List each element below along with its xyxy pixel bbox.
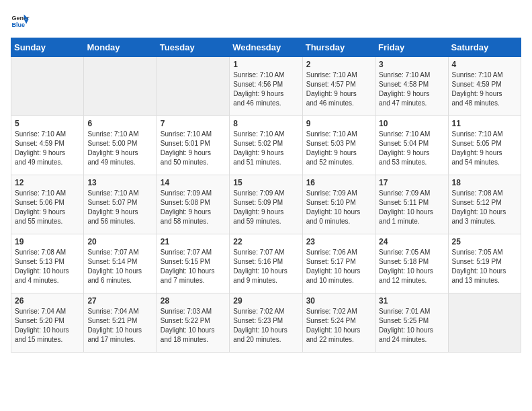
day-info: Sunrise: 7:10 AM Sunset: 4:59 PM Dayligh… xyxy=(452,71,517,108)
day-number: 27 xyxy=(87,296,152,306)
calendar-cell: 23Sunrise: 7:06 AM Sunset: 5:17 PM Dayli… xyxy=(302,234,375,293)
day-info: Sunrise: 7:05 AM Sunset: 5:18 PM Dayligh… xyxy=(379,248,444,285)
day-number: 19 xyxy=(15,237,80,246)
day-number: 16 xyxy=(306,178,371,187)
calendar-cell: 30Sunrise: 7:02 AM Sunset: 5:24 PM Dayli… xyxy=(302,293,375,353)
day-number: 30 xyxy=(306,296,371,306)
calendar-cell: 19Sunrise: 7:08 AM Sunset: 5:13 PM Dayli… xyxy=(11,234,84,293)
day-number: 24 xyxy=(379,237,444,246)
day-number: 1 xyxy=(233,60,298,69)
day-number: 15 xyxy=(233,178,298,187)
calendar-cell: 12Sunrise: 7:10 AM Sunset: 5:06 PM Dayli… xyxy=(11,175,84,234)
day-number: 8 xyxy=(233,119,298,128)
calendar-cell: 31Sunrise: 7:01 AM Sunset: 5:25 PM Dayli… xyxy=(375,293,448,353)
page-header: General Blue xyxy=(11,11,521,30)
day-info: Sunrise: 7:10 AM Sunset: 4:56 PM Dayligh… xyxy=(233,71,298,108)
calendar-cell: 3Sunrise: 7:10 AM Sunset: 4:58 PM Daylig… xyxy=(375,57,448,116)
day-number: 9 xyxy=(306,119,371,128)
day-info: Sunrise: 7:10 AM Sunset: 5:06 PM Dayligh… xyxy=(15,189,80,226)
day-info: Sunrise: 7:05 AM Sunset: 5:19 PM Dayligh… xyxy=(452,248,517,285)
day-number: 2 xyxy=(306,60,371,69)
logo-icon: General Blue xyxy=(11,11,30,30)
day-of-week-header: Tuesday xyxy=(157,38,229,57)
calendar-cell: 21Sunrise: 7:07 AM Sunset: 5:15 PM Dayli… xyxy=(157,234,229,293)
day-info: Sunrise: 7:10 AM Sunset: 4:57 PM Dayligh… xyxy=(306,71,371,108)
day-info: Sunrise: 7:08 AM Sunset: 5:12 PM Dayligh… xyxy=(452,189,517,226)
calendar-cell: 16Sunrise: 7:09 AM Sunset: 5:10 PM Dayli… xyxy=(302,175,375,234)
calendar-cell: 24Sunrise: 7:05 AM Sunset: 5:18 PM Dayli… xyxy=(375,234,448,293)
day-number: 12 xyxy=(15,178,80,187)
day-info: Sunrise: 7:10 AM Sunset: 5:04 PM Dayligh… xyxy=(379,130,444,167)
calendar-cell: 1Sunrise: 7:10 AM Sunset: 4:56 PM Daylig… xyxy=(230,57,302,116)
day-of-week-header: Friday xyxy=(375,38,448,57)
day-info: Sunrise: 7:10 AM Sunset: 5:02 PM Dayligh… xyxy=(233,130,298,167)
day-number: 22 xyxy=(233,237,298,246)
calendar-week-row: 1Sunrise: 7:10 AM Sunset: 4:56 PM Daylig… xyxy=(11,57,521,116)
svg-text:Blue: Blue xyxy=(11,21,25,28)
calendar-cell: 8Sunrise: 7:10 AM Sunset: 5:02 PM Daylig… xyxy=(230,116,302,175)
calendar-cell: 18Sunrise: 7:08 AM Sunset: 5:12 PM Dayli… xyxy=(448,175,521,234)
calendar-cell: 4Sunrise: 7:10 AM Sunset: 4:59 PM Daylig… xyxy=(448,57,521,116)
day-info: Sunrise: 7:09 AM Sunset: 5:09 PM Dayligh… xyxy=(233,189,298,226)
day-info: Sunrise: 7:02 AM Sunset: 5:23 PM Dayligh… xyxy=(233,307,298,345)
day-number: 5 xyxy=(15,119,80,128)
day-number: 26 xyxy=(15,296,80,306)
calendar-cell: 14Sunrise: 7:09 AM Sunset: 5:08 PM Dayli… xyxy=(157,175,229,234)
day-info: Sunrise: 7:07 AM Sunset: 5:16 PM Dayligh… xyxy=(233,248,298,285)
day-info: Sunrise: 7:09 AM Sunset: 5:08 PM Dayligh… xyxy=(161,189,226,226)
day-of-week-header: Sunday xyxy=(11,38,84,57)
day-number: 7 xyxy=(161,119,226,128)
calendar-cell xyxy=(84,57,157,116)
logo: General Blue xyxy=(11,11,34,30)
day-number: 10 xyxy=(379,119,444,128)
day-number: 23 xyxy=(306,237,371,246)
day-number: 3 xyxy=(379,60,444,69)
calendar-header-row: SundayMondayTuesdayWednesdayThursdayFrid… xyxy=(11,38,521,57)
calendar-cell: 6Sunrise: 7:10 AM Sunset: 5:00 PM Daylig… xyxy=(84,116,157,175)
day-number: 25 xyxy=(452,237,517,246)
calendar-cell: 22Sunrise: 7:07 AM Sunset: 5:16 PM Dayli… xyxy=(230,234,302,293)
day-number: 20 xyxy=(87,237,152,246)
calendar-cell xyxy=(11,57,84,116)
day-info: Sunrise: 7:04 AM Sunset: 5:21 PM Dayligh… xyxy=(87,307,152,345)
calendar-cell: 7Sunrise: 7:10 AM Sunset: 5:01 PM Daylig… xyxy=(157,116,229,175)
day-info: Sunrise: 7:01 AM Sunset: 5:25 PM Dayligh… xyxy=(379,307,444,345)
day-number: 6 xyxy=(87,119,152,128)
day-info: Sunrise: 7:10 AM Sunset: 5:05 PM Dayligh… xyxy=(452,130,517,167)
day-number: 29 xyxy=(233,296,298,306)
calendar-week-row: 26Sunrise: 7:04 AM Sunset: 5:20 PM Dayli… xyxy=(11,293,521,353)
calendar-cell: 17Sunrise: 7:09 AM Sunset: 5:11 PM Dayli… xyxy=(375,175,448,234)
day-number: 14 xyxy=(161,178,226,187)
calendar-cell: 20Sunrise: 7:07 AM Sunset: 5:14 PM Dayli… xyxy=(84,234,157,293)
day-info: Sunrise: 7:10 AM Sunset: 4:58 PM Dayligh… xyxy=(379,71,444,108)
calendar-cell: 11Sunrise: 7:10 AM Sunset: 5:05 PM Dayli… xyxy=(448,116,521,175)
day-number: 4 xyxy=(452,60,517,69)
day-of-week-header: Saturday xyxy=(448,38,521,57)
day-number: 21 xyxy=(161,237,226,246)
calendar-cell: 10Sunrise: 7:10 AM Sunset: 5:04 PM Dayli… xyxy=(375,116,448,175)
calendar-cell: 28Sunrise: 7:03 AM Sunset: 5:22 PM Dayli… xyxy=(157,293,229,353)
calendar-cell: 2Sunrise: 7:10 AM Sunset: 4:57 PM Daylig… xyxy=(302,57,375,116)
day-of-week-header: Wednesday xyxy=(230,38,302,57)
calendar-table: SundayMondayTuesdayWednesdayThursdayFrid… xyxy=(11,38,521,353)
calendar-cell: 15Sunrise: 7:09 AM Sunset: 5:09 PM Dayli… xyxy=(230,175,302,234)
day-of-week-header: Thursday xyxy=(302,38,375,57)
calendar-week-row: 12Sunrise: 7:10 AM Sunset: 5:06 PM Dayli… xyxy=(11,175,521,234)
day-info: Sunrise: 7:08 AM Sunset: 5:13 PM Dayligh… xyxy=(15,248,80,285)
day-number: 18 xyxy=(452,178,517,187)
calendar-cell xyxy=(448,293,521,353)
day-info: Sunrise: 7:09 AM Sunset: 5:10 PM Dayligh… xyxy=(306,189,371,226)
day-info: Sunrise: 7:03 AM Sunset: 5:22 PM Dayligh… xyxy=(161,307,226,345)
day-info: Sunrise: 7:10 AM Sunset: 5:07 PM Dayligh… xyxy=(87,189,152,226)
day-info: Sunrise: 7:06 AM Sunset: 5:17 PM Dayligh… xyxy=(306,248,371,285)
day-number: 31 xyxy=(379,296,444,306)
calendar-week-row: 5Sunrise: 7:10 AM Sunset: 4:59 PM Daylig… xyxy=(11,116,521,175)
day-number: 13 xyxy=(87,178,152,187)
calendar-cell: 9Sunrise: 7:10 AM Sunset: 5:03 PM Daylig… xyxy=(302,116,375,175)
day-info: Sunrise: 7:02 AM Sunset: 5:24 PM Dayligh… xyxy=(306,307,371,345)
day-of-week-header: Monday xyxy=(84,38,157,57)
calendar-cell: 5Sunrise: 7:10 AM Sunset: 4:59 PM Daylig… xyxy=(11,116,84,175)
calendar-cell: 26Sunrise: 7:04 AM Sunset: 5:20 PM Dayli… xyxy=(11,293,84,353)
day-info: Sunrise: 7:04 AM Sunset: 5:20 PM Dayligh… xyxy=(15,307,80,345)
day-info: Sunrise: 7:10 AM Sunset: 5:00 PM Dayligh… xyxy=(87,130,152,167)
